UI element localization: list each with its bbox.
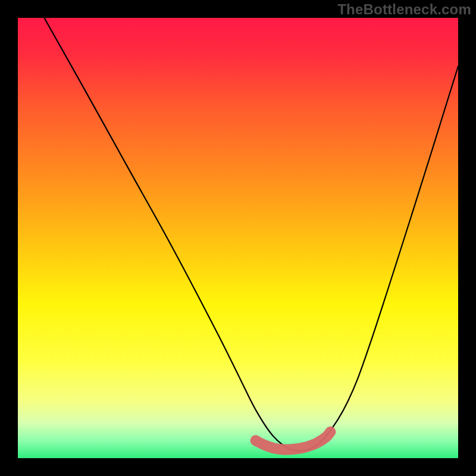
bottleneck-chart xyxy=(18,18,458,458)
watermark-text: TheBottleneck.com xyxy=(337,1,471,18)
svg-rect-0 xyxy=(18,18,458,458)
plot-area xyxy=(18,18,458,458)
chart-frame: TheBottleneck.com xyxy=(0,0,476,476)
